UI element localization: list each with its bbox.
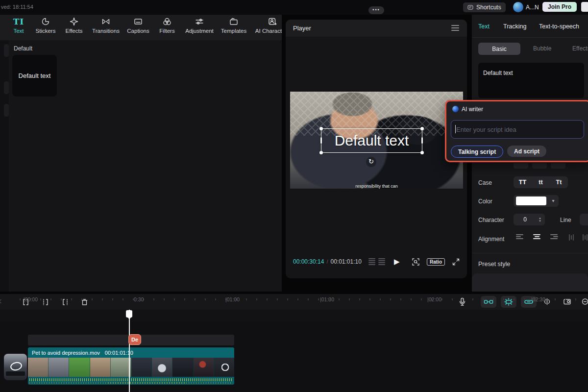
ruler-label: |01:00 (225, 296, 240, 302)
resize-handle-tl[interactable] (319, 127, 323, 130)
clip-filmstrip (28, 358, 234, 377)
stepper-control[interactable]: ▴▾ (537, 217, 543, 222)
ruler-label: |02:30 (531, 296, 545, 302)
divider (472, 37, 588, 38)
talking-script-label: Talking script (458, 148, 496, 155)
section-label: Default (14, 45, 32, 52)
ad-script-button[interactable]: Ad script (507, 146, 546, 157)
text-clip-badge[interactable]: De (128, 334, 141, 345)
cover-thumbnail[interactable] (4, 354, 27, 380)
focus-preview-icon[interactable] (412, 258, 420, 266)
case-lower-button[interactable]: tt (532, 179, 550, 186)
preview-lines-icon-1[interactable] (368, 258, 375, 265)
play-button[interactable]: ▶ (394, 257, 400, 266)
tab-captions[interactable]: Captions (124, 17, 152, 34)
align-right-button[interactable] (550, 234, 558, 239)
shortcuts-button[interactable]: Shortcuts (463, 2, 506, 12)
tab-effects[interactable]: Effects (63, 17, 85, 34)
divider (472, 253, 588, 253)
character-spacing-input[interactable]: 0 ▴▾ (514, 214, 545, 225)
playhead-handle[interactable] (126, 310, 132, 318)
filmstrip-thumb (214, 358, 234, 377)
video-preview[interactable]: Default text ↻ responsibility that can (290, 92, 463, 189)
collapsed-sidebar (0, 15, 9, 292)
case-upper-button[interactable]: TT (514, 179, 532, 186)
tab-ai-characters[interactable]: AI Characters (253, 17, 282, 34)
resize-handle-left[interactable] (320, 137, 322, 144)
tab-label: Templates (221, 28, 246, 34)
player-menu-icon[interactable] (451, 25, 459, 31)
autosave-status: ved: 18:11:54 (1, 4, 33, 10)
align-center-button[interactable] (533, 234, 541, 239)
align-vertical-top-button[interactable] (569, 234, 574, 241)
inspector-tab-tts[interactable]: Text-to-speech (539, 23, 579, 30)
filmstrip-thumb (49, 358, 69, 377)
clip-name: Pet to avoid depression.mov (32, 350, 100, 356)
filmstrip-thumb (69, 358, 90, 377)
player-header: Player (286, 20, 467, 37)
talking-script-button[interactable]: Talking script (451, 146, 503, 158)
magnetic-snap-icon[interactable] (501, 296, 516, 308)
auto-ripple-icon[interactable] (481, 296, 496, 308)
join-pro-button[interactable]: Join Pro (542, 2, 577, 12)
preview-lines-icon-2[interactable] (378, 258, 385, 265)
playhead-notch (128, 318, 131, 319)
character-spacing-value: 0 (514, 216, 537, 223)
tab-text[interactable]: TI Text (11, 17, 26, 34)
chevron-down-icon: ▾ (552, 198, 554, 203)
case-title-button[interactable]: Tt (550, 179, 568, 186)
text-cursor (455, 125, 456, 133)
rotate-handle[interactable]: ↻ (366, 157, 376, 167)
inspector-tab-tracking[interactable]: Tracking (503, 23, 526, 30)
resize-handle-bl[interactable] (319, 151, 323, 154)
tab-adjustment[interactable]: Adjustment (183, 17, 216, 34)
default-text-card[interactable]: Default text (12, 55, 57, 97)
resize-handle-tr[interactable] (420, 127, 424, 130)
tab-transitions[interactable]: Transitions (90, 17, 122, 34)
total-timecode: 00:01:01:10 (330, 258, 361, 265)
resize-handle-right[interactable] (421, 137, 423, 144)
keyboard-icon (467, 4, 473, 10)
color-dropdown-button[interactable]: ▾ (549, 196, 558, 205)
avatar[interactable] (513, 2, 523, 12)
alignment-label: Alignment (478, 236, 504, 243)
align-vertical-center-button[interactable] (583, 234, 588, 241)
playhead-line[interactable] (129, 310, 130, 392)
subtab-basic[interactable]: Basic (478, 43, 520, 55)
tab-stickers[interactable]: Stickers (33, 17, 58, 34)
undo-icon[interactable]: ‹ (0, 295, 2, 306)
ratio-button[interactable]: Ratio (427, 258, 445, 266)
ad-script-label: Ad script (514, 148, 539, 155)
subtab-bubble[interactable]: Bubble (533, 45, 551, 52)
subtab-effects[interactable]: Effects (572, 45, 588, 52)
captions-icon (133, 17, 143, 26)
text-input-preview[interactable]: Default text (478, 63, 584, 98)
text-overlay-selection[interactable]: Default text (321, 128, 422, 153)
player-panel: Player Default text ↻ responsibility tha… (286, 20, 467, 278)
line-spacing-label: Line (560, 217, 571, 223)
color-swatch[interactable] (516, 196, 546, 205)
timeline-ruler[interactable]: |00:00 0:30 |01:00 |01:30 |02:00 |02:30 (0, 310, 588, 321)
tab-filters[interactable]: Filters (156, 17, 178, 34)
subtab-label: Basic (492, 46, 506, 52)
player-title: Player (293, 24, 311, 32)
line-spacing-input-partial[interactable] (580, 214, 588, 225)
default-text-card-label: Default text (19, 72, 51, 79)
resize-handle-br[interactable] (420, 151, 424, 154)
script-idea-input[interactable] (451, 120, 584, 139)
video-clip[interactable]: Pet to avoid depression.mov 00:01:01:10 (28, 347, 234, 385)
inspector-tab-text[interactable]: Text (478, 23, 490, 30)
tab-templates[interactable]: Templates (219, 17, 249, 34)
fullscreen-icon[interactable] (452, 258, 460, 266)
tab-label: Filters (159, 28, 174, 34)
style-button-partial[interactable] (514, 163, 528, 169)
style-button-partial[interactable] (532, 163, 547, 169)
ruler-label: 0:30 (134, 296, 144, 302)
align-left-button[interactable] (516, 234, 524, 239)
zoom-out-icon[interactable] (581, 297, 588, 306)
current-timecode: 00:00:30:14 (293, 258, 324, 265)
style-button-partial[interactable] (551, 163, 565, 169)
stickers-icon (41, 17, 50, 26)
more-options-button[interactable]: ••• (368, 6, 384, 14)
export-button-partial[interactable] (581, 2, 588, 12)
